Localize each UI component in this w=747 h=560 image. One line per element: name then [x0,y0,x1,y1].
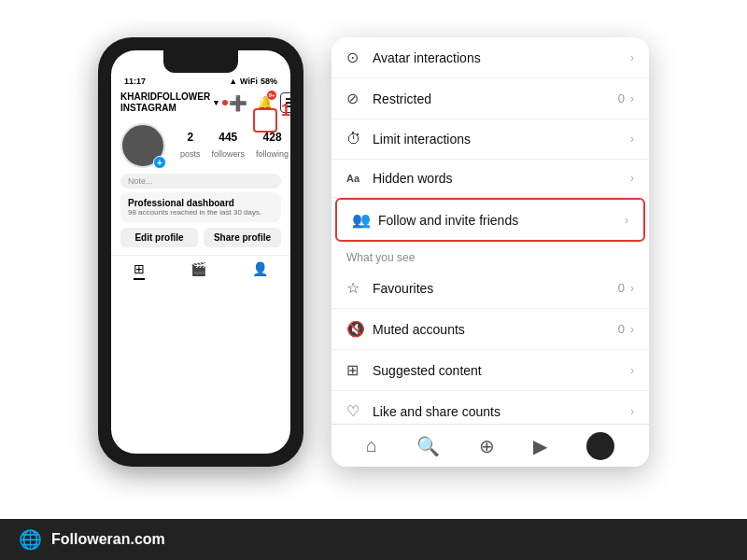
add-nav-icon[interactable]: ⊕ [479,435,495,457]
reels-nav-icon[interactable]: ▶ [533,435,547,457]
pro-dashboard-sub: 98 accounts reached in the last 30 days. [128,208,274,217]
following-label: following [256,149,289,159]
settings-item-suggested-content[interactable]: ⊞ Suggested content › [331,350,649,391]
settings-item-avatar-interactions[interactable]: ⊙ Avatar interactions › [331,37,649,78]
hidden-words-icon: Aa [346,173,373,184]
like-share-icon: ♡ [346,402,373,420]
phone-notch [163,50,238,73]
settings-bottom-nav: ⌂ 🔍 ⊕ ▶ [331,424,649,467]
pro-dashboard-title: Professional dashboard [128,198,274,208]
favourites-count: 0 [618,281,625,295]
settings-panel: ⊙ Avatar interactions › ⊘ Restricted 0 ›… [331,37,649,467]
limit-interactions-label: Limit interactions [373,132,630,147]
settings-item-follow-invite[interactable]: 👥 Follow and invite friends › 2 [335,198,645,242]
favourites-right: 0 › [618,281,634,295]
restricted-icon: ⊘ [346,90,373,107]
notification-badge: 9+ [267,91,276,100]
status-time: 11:17 [124,77,146,86]
limit-interactions-right: › [630,133,634,146]
like-share-right: › [630,405,634,418]
chevron-right-icon: › [630,133,634,146]
search-nav-icon[interactable]: 🔍 [416,435,440,457]
battery-icon: 58% [261,77,277,86]
posts-label: posts [180,149,201,159]
chevron-right-icon: › [630,172,634,185]
footer: 🌐 Followeran.com [0,519,747,560]
muted-count: 0 [618,322,625,336]
phone-container: 11:17 ▲ WiFi 58% KHARIDFOLLOWERINSTAGRAM… [98,19,303,467]
action-buttons: Edit profile Share profile [120,228,281,247]
tab-video-icon[interactable]: 🎬 [190,261,206,280]
settings-item-muted-accounts[interactable]: 🔇 Muted accounts 0 › [331,309,649,350]
ig-header-icons: ➕ 🔔 9+ ☰ [228,92,290,113]
add-content-button[interactable]: ➕ [228,92,248,113]
wifi-icon: WiFi [240,77,258,86]
settings-item-hidden-words[interactable]: Aa Hidden words › [331,160,649,198]
tab-tagged-icon[interactable]: 👤 [252,261,268,280]
chevron-right-icon: › [630,364,634,377]
stats-row: 2 posts 445 followers 428 following [180,131,289,161]
settings-item-favourites[interactable]: ☆ Favourites 0 › [331,268,649,309]
favourites-icon: ☆ [346,279,373,297]
profile-nav-avatar[interactable] [586,432,614,460]
settings-item-restricted[interactable]: ⊘ Restricted 0 › [331,78,649,119]
footer-url: Followeran.com [51,531,165,548]
chevron-right-icon: › [630,405,634,418]
posts-count: 2 [180,131,201,144]
phone-mockup: 11:17 ▲ WiFi 58% KHARIDFOLLOWERINSTAGRAM… [98,37,303,467]
stat-followers: 445 followers [212,131,246,161]
username-text: KHARIDFOLLOWERINSTAGRAM [120,91,210,114]
follow-invite-label: Follow and invite friends [378,213,625,228]
ig-header: KHARIDFOLLOWERINSTAGRAM ▾ ➕ 🔔 9+ ☰ [111,88,290,118]
avatar-interactions-icon: ⊙ [346,49,373,66]
share-profile-button[interactable]: Share profile [204,228,281,247]
followers-count: 445 [212,131,246,144]
suggested-content-label: Suggested content [373,363,630,378]
settings-list: ⊙ Avatar interactions › ⊘ Restricted 0 ›… [331,37,649,432]
signal-icon: ▲ [229,77,237,86]
following-count: 428 [256,131,289,144]
chevron-right-icon: › [630,282,634,295]
follow-invite-right: › [625,214,628,227]
profile-section: + 2 posts 445 followers 428 f [111,118,290,174]
settings-item-limit-interactions[interactable]: ⏱ Limit interactions › [331,119,649,160]
note-placeholder: Note... [128,176,153,186]
restricted-count: 0 [618,91,625,105]
pro-dashboard[interactable]: Professional dashboard 98 accounts reach… [120,192,281,222]
suggested-content-icon: ⊞ [346,361,373,379]
like-share-label: Like and share counts [373,404,630,419]
suggested-content-right: › [630,364,634,377]
avatar-wrap: + [120,123,165,168]
chevron-down-icon[interactable]: ▾ [214,98,218,108]
avatar-add-icon[interactable]: + [153,156,166,169]
profile-tabs: ⊞ 🎬 👤 [111,255,290,282]
main-content: 11:17 ▲ WiFi 58% KHARIDFOLLOWERINSTAGRAM… [0,0,747,519]
chevron-right-icon: › [625,214,628,227]
muted-accounts-icon: 🔇 [346,320,373,338]
avatar-interactions-right: › [630,51,634,64]
edit-profile-button[interactable]: Edit profile [120,228,198,247]
restricted-right: 0 › [618,91,634,105]
chevron-right-icon: › [630,51,634,64]
home-nav-icon[interactable]: ⌂ [366,435,377,456]
hidden-words-right: › [630,172,634,185]
section-label-what-you-see: What you see [331,242,649,268]
followers-label: followers [212,149,246,159]
ig-username: KHARIDFOLLOWERINSTAGRAM ▾ [120,91,228,114]
menu-button[interactable]: ☰ [280,92,290,113]
status-icons: ▲ WiFi 58% [229,77,277,86]
tab-grid-icon[interactable]: ⊞ [134,261,145,280]
muted-accounts-right: 0 › [618,322,634,336]
chevron-right-icon: › [630,92,634,105]
avatar-interactions-label: Avatar interactions [373,50,630,65]
notifications-button[interactable]: 🔔 9+ [254,92,275,113]
follow-invite-icon: 👥 [352,211,378,229]
stat-posts: 2 posts [180,131,201,161]
hidden-words-label: Hidden words [373,171,630,186]
phone-screen: 11:17 ▲ WiFi 58% KHARIDFOLLOWERINSTAGRAM… [111,50,290,454]
stat-following: 428 following [256,131,289,161]
chevron-right-icon: › [630,323,634,336]
restricted-label: Restricted [373,91,618,106]
limit-interactions-icon: ⏱ [346,131,373,147]
favourites-label: Favourites [373,281,618,296]
